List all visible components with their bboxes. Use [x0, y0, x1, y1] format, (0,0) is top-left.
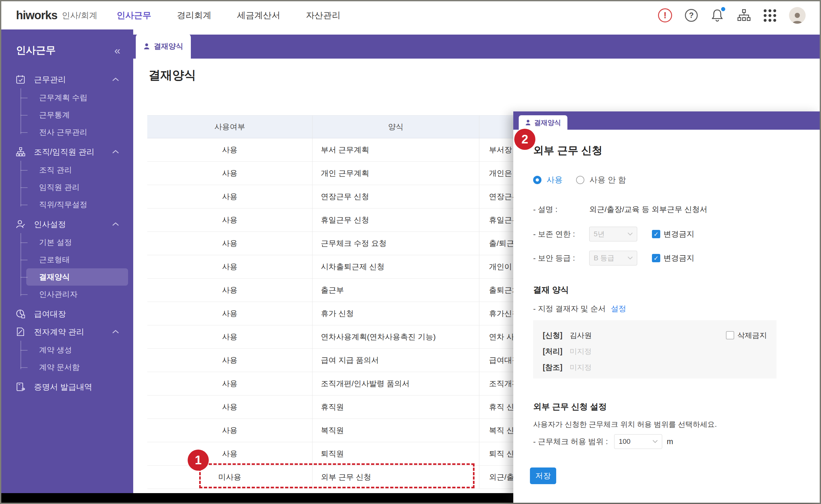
nav-item-hr[interactable]: 인사근무	[117, 10, 151, 21]
cell-form: 부서 근무계획	[313, 138, 479, 161]
cell-form: 퇴직원	[313, 442, 479, 465]
chevron-up-icon[interactable]	[112, 77, 119, 81]
sidebar-item-contract-box[interactable]: 계약 문서함	[26, 359, 128, 376]
nav-item-assets[interactable]: 자산관리	[306, 10, 340, 21]
sidebar-item-position-setting[interactable]: 직위/직무설정	[26, 196, 128, 213]
col-header-usage: 사용여부	[147, 116, 313, 138]
person-icon	[143, 43, 150, 50]
security-label: - 보안 등급 :	[533, 253, 589, 263]
sidebar-subitem-label: 근무계획 수립	[39, 93, 87, 103]
security-field: - 보안 등급 : B 등급 ✓ 변경금지	[533, 251, 694, 265]
chevron-up-icon[interactable]	[112, 222, 119, 226]
delete-lock-checkbox[interactable]	[726, 331, 734, 339]
sidebar-item-work-stats[interactable]: 근무통계	[26, 106, 128, 124]
cell-usage: 사용	[147, 419, 313, 442]
range-unit: m	[667, 437, 673, 446]
sidebar-item-work-type[interactable]: 근로형태	[26, 251, 128, 268]
security-lock-label: 변경금지	[663, 253, 694, 263]
sidebar-item-label: 증명서 발급내역	[34, 382, 92, 392]
sidebar-subitem-label: 직위/직무설정	[39, 199, 87, 210]
delete-lock-label: 삭제금지	[737, 330, 767, 340]
sidebar-subitem-label: 임직원 관리	[39, 182, 80, 192]
usage-radio-group: 사용 사용 안 함	[533, 175, 626, 185]
security-lock-checkbox[interactable]: ✓	[652, 254, 660, 262]
bell-icon[interactable]	[711, 8, 724, 22]
sidebar-subgroup-work: 근무계획 수립 근무통계 전사 근무관리	[1, 88, 133, 143]
sidebar-subgroup-hr-settings: 기본 설정 근로형태 결재양식 인사관리자	[1, 233, 133, 305]
description-value: 외근/출장/교육 등 외부근무 신청서	[589, 204, 707, 215]
step-value: 미지정	[570, 362, 592, 372]
approval-form-heading: 결재 양식	[533, 284, 569, 296]
sidebar-item-work-management[interactable]: 근무관리	[1, 70, 133, 88]
nav-item-accounting[interactable]: 경리회계	[177, 10, 211, 21]
retention-lock-checkbox[interactable]: ✓	[652, 230, 660, 238]
chevron-up-icon[interactable]	[112, 150, 119, 154]
avatar[interactable]	[789, 7, 806, 24]
payroll-icon	[15, 309, 26, 319]
sidebar-item-hr-admin[interactable]: 인사관리자	[26, 286, 128, 303]
save-button[interactable]: 저장	[530, 467, 556, 484]
cell-usage: 사용	[147, 279, 313, 302]
sidebar-item-certificates[interactable]: 증명서 발급내역	[1, 378, 133, 396]
approval-step-request: [신청] 김사원 삭제금지	[543, 329, 767, 342]
cell-form: 복직원	[313, 419, 479, 442]
sidebar: 인사근무 « 근무관리 근무계획 수립 근무통계 전사 근무관리 조직/임직원	[1, 29, 133, 493]
sidebar-item-employee-manage[interactable]: 임직원 관리	[26, 179, 128, 196]
sidebar-item-label: 조직/임직원 관리	[34, 147, 94, 157]
sidebar-subitem-label: 인사관리자	[39, 289, 77, 299]
sidebar-item-hr-settings[interactable]: 인사설정	[1, 215, 133, 233]
header-icon-group: ! ?	[658, 7, 806, 24]
sidebar-subitem-label: 전사 근무관리	[39, 127, 87, 137]
retention-field: - 보존 연한 : 5년 ✓ 변경금지	[533, 227, 694, 241]
sidebar-item-org-manage[interactable]: 조직 관리	[26, 161, 128, 179]
cell-form: 개인 근무계획	[313, 162, 479, 185]
designate-settings-link[interactable]: 설정	[611, 304, 626, 314]
sidebar-item-payroll[interactable]: 급여대장	[1, 305, 133, 323]
step-value: 김사원	[570, 330, 592, 340]
retention-select[interactable]: 5년	[589, 227, 637, 241]
security-select[interactable]: B 등급	[589, 251, 637, 265]
sidebar-subitem-label: 근로형태	[39, 255, 70, 265]
chevron-down-icon	[628, 232, 633, 236]
top-navigation: 인사근무 경리회계 세금계산서 자산관리	[117, 10, 340, 21]
help-icon[interactable]: ?	[685, 9, 698, 22]
radio-use[interactable]	[533, 176, 541, 184]
sidebar-collapse-icon[interactable]: «	[114, 44, 120, 57]
sidebar-subitem-label: 근무통계	[39, 110, 70, 120]
approval-steps-box: [신청] 김사원 삭제금지 [처리] 미지정 [참조] 미지정	[533, 320, 776, 378]
cell-usage: 사용	[147, 162, 313, 185]
sidebar-item-contract-create[interactable]: 계약 생성	[26, 341, 128, 359]
org-chart-icon[interactable]	[737, 9, 751, 22]
chevron-up-icon[interactable]	[112, 330, 119, 334]
sidebar-item-approval-forms[interactable]: 결재양식	[26, 268, 128, 286]
sidebar-item-work-plan[interactable]: 근무계획 수립	[26, 89, 128, 106]
org-tree-icon	[15, 147, 26, 157]
sidebar-title-label: 인사근무	[16, 44, 56, 57]
sidebar-item-label: 근무관리	[34, 74, 66, 85]
alert-icon[interactable]: !	[658, 8, 672, 22]
sidebar-item-org-management[interactable]: 조직/임직원 관리	[1, 143, 133, 161]
sidebar-title: 인사근무 «	[1, 29, 133, 57]
cell-usage: 사용	[147, 208, 313, 232]
tab-approval-forms[interactable]: 결재양식	[136, 34, 191, 59]
nav-item-tax-invoice[interactable]: 세금계산서	[237, 10, 280, 21]
cell-usage: 사용	[147, 232, 313, 255]
radio-use-label: 사용	[547, 175, 563, 185]
cell-form: 급여 지급 품의서	[313, 349, 479, 372]
sidebar-item-basic-settings[interactable]: 기본 설정	[26, 234, 128, 251]
designate-label: - 지정 결재자 및 순서	[533, 304, 606, 314]
cell-form: 시차출퇴근제 신청	[313, 255, 479, 278]
panel-tab-approval-forms[interactable]: 결재양식	[519, 115, 567, 130]
calendar-check-icon	[15, 74, 26, 85]
sidebar-item-econtract[interactable]: 전자계약 관리	[1, 323, 133, 341]
sidebar-item-company-work[interactable]: 전사 근무관리	[26, 124, 128, 141]
tab-label: 결재양식	[154, 41, 183, 51]
callout-2-badge: 2	[514, 129, 535, 150]
col-header-form: 양식	[313, 116, 479, 138]
app-grid-icon[interactable]	[764, 9, 776, 22]
retention-lock-label: 변경금지	[663, 229, 694, 239]
notification-dot	[721, 7, 725, 11]
radio-not-use[interactable]	[576, 176, 584, 184]
external-work-panel: 결재양식 외부 근무 신청 사용 사용 안 함 - 설명 : 외근/출장/교육 …	[513, 111, 820, 503]
range-select[interactable]: 100	[614, 434, 662, 449]
